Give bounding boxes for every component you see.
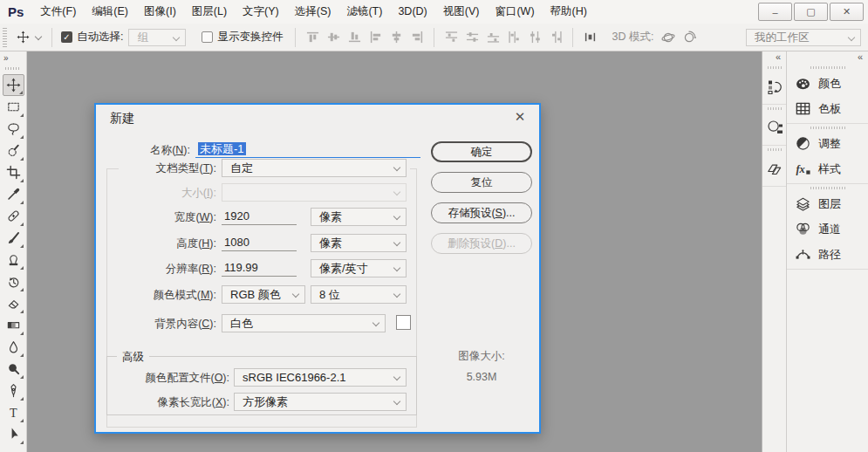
minimize-button[interactable]: – (758, 3, 792, 21)
gradient-tool[interactable] (3, 314, 24, 336)
tool-preset-chevron-icon[interactable] (35, 32, 42, 39)
align-bottom-icon[interactable] (345, 28, 364, 47)
history-brush-tool[interactable] (3, 271, 24, 292)
auto-select-target-dropdown[interactable]: 组 (128, 29, 186, 46)
dialog-close-icon[interactable]: ✕ (511, 108, 529, 126)
menu-item-image[interactable]: 图像(I) (136, 0, 184, 24)
advanced-legend[interactable]: 高级 (117, 350, 149, 365)
menu-item-help[interactable]: 帮助(H) (543, 0, 595, 24)
resolution-input[interactable]: 119.99 (222, 260, 297, 277)
spot-healing-brush-tool[interactable] (3, 205, 24, 227)
menu-item-layer[interactable]: 图层(L) (184, 0, 235, 24)
panel-button-swatches[interactable]: 色板 (787, 96, 868, 121)
crop-tool[interactable] (3, 161, 24, 183)
panel-button-channels[interactable]: 通道 (787, 216, 868, 242)
new-document-dialog: 新建 ✕ 名称(N): 未标题-1 文档类型(T): 自定 大小(I): 宽度(… (94, 103, 541, 434)
roll-3d-icon[interactable] (680, 28, 699, 47)
selected-text: 未标题-1 (198, 142, 246, 155)
width-unit-dropdown[interactable]: 像素 (311, 208, 407, 226)
distribute-bottom-icon[interactable] (483, 28, 502, 47)
toolbox-grip[interactable] (5, 67, 21, 70)
maximize-button[interactable]: ▢ (794, 3, 828, 21)
distribute-left-icon[interactable] (504, 28, 523, 47)
pen-tool[interactable] (3, 380, 24, 401)
menu-item-view[interactable]: 视图(V) (435, 0, 488, 24)
auto-select-checkbox[interactable]: ✓ (61, 31, 72, 43)
color-profile-dropdown[interactable]: sRGB IEC61966-2.1 (234, 368, 407, 387)
eyedropper-tool[interactable] (3, 183, 24, 205)
menu-item-window[interactable]: 窗口(W) (487, 0, 542, 24)
distribute-top-icon[interactable] (441, 28, 461, 47)
panel-grip[interactable] (810, 187, 845, 189)
eraser-tool[interactable] (3, 292, 24, 314)
panel-grip[interactable] (810, 66, 845, 69)
panel-grip[interactable] (768, 107, 782, 110)
delete-preset-button[interactable]: 删除预设(D)... (431, 233, 532, 254)
align-top-icon[interactable] (303, 28, 322, 47)
collapse-dock-icon[interactable]: « (762, 51, 786, 64)
distribute-vertical-center-icon[interactable] (462, 28, 482, 47)
menu-item-filter[interactable]: 滤镜(T) (338, 0, 390, 24)
menu-item-select[interactable]: 选择(S) (287, 0, 339, 24)
bit-depth-dropdown[interactable]: 8 位 (311, 285, 407, 304)
pixel-aspect-ratio-dropdown[interactable]: 方形像素 (234, 393, 407, 411)
expand-toolbox-icon[interactable]: » (0, 51, 26, 64)
menu-item-3d[interactable]: 3D(D) (390, 0, 434, 24)
menu-item-edit[interactable]: 编辑(E) (84, 0, 136, 24)
3d-panel-icon[interactable] (762, 112, 786, 143)
collapse-dock-icon[interactable]: « (787, 51, 868, 64)
show-transform-label: 显示变换控件 (217, 30, 283, 45)
workspace-dropdown[interactable]: 我的工作区 (746, 29, 861, 46)
resolution-unit-dropdown[interactable]: 像素/英寸 (311, 259, 407, 277)
distribute-right-icon[interactable] (546, 28, 565, 47)
color-icon (795, 75, 811, 92)
panel-button-layers[interactable]: 图层 (787, 191, 868, 216)
background-color-swatch[interactable] (396, 315, 411, 330)
panel-button-label: 调整 (818, 136, 841, 152)
distribute-spacing-icon[interactable] (580, 28, 599, 47)
height-unit-dropdown[interactable]: 像素 (311, 234, 407, 252)
align-right-icon[interactable] (407, 28, 427, 47)
brush-tool[interactable] (3, 227, 24, 249)
size-dropdown[interactable] (222, 183, 407, 202)
reset-button[interactable]: 复位 (431, 172, 532, 193)
panel-grip[interactable] (768, 148, 782, 151)
name-input[interactable]: 未标题-1 (195, 141, 420, 158)
panel-grip[interactable] (768, 66, 782, 69)
distribute-horizontal-center-icon[interactable] (525, 28, 544, 47)
width-input[interactable]: 1920 (222, 209, 297, 225)
align-left-icon[interactable] (366, 28, 385, 47)
path-selection-tool[interactable] (3, 423, 24, 445)
quick-selection-tool[interactable] (3, 140, 24, 161)
height-input[interactable]: 1080 (222, 235, 297, 251)
panel-button-adjustments[interactable]: 调整 (787, 131, 868, 156)
menu-item-file[interactable]: 文件(F) (32, 0, 84, 24)
dodge-tool[interactable] (3, 358, 24, 380)
clone-stamp-tool[interactable] (3, 249, 24, 271)
type-tool[interactable]: T (3, 401, 24, 423)
align-vertical-center-icon[interactable] (324, 28, 343, 47)
history-panel-icon[interactable] (762, 71, 786, 102)
panel-button-color[interactable]: 颜色 (787, 71, 868, 96)
close-window-button[interactable]: ✕ (830, 3, 864, 21)
size-label: 大小(I): (110, 185, 216, 201)
ok-button[interactable]: 确定 (431, 141, 532, 162)
libraries-panel-icon[interactable] (762, 153, 786, 184)
show-transform-checkbox[interactable] (202, 31, 213, 43)
lasso-tool[interactable] (3, 118, 24, 140)
orbit-3d-icon[interactable] (659, 28, 678, 47)
color-mode-dropdown[interactable]: RGB 颜色 (222, 285, 305, 304)
menu-item-type[interactable]: 文字(Y) (235, 0, 287, 24)
panel-button-paths[interactable]: 路径 (787, 242, 868, 267)
document-type-dropdown[interactable]: 自定 (222, 159, 407, 177)
panel-button-styles[interactable]: fx样式 (787, 156, 868, 181)
background-contents-dropdown[interactable]: 白色 (222, 314, 386, 332)
move-tool[interactable] (3, 74, 24, 96)
panel-grip[interactable] (810, 127, 845, 129)
blur-tool[interactable] (3, 336, 24, 358)
align-horizontal-center-icon[interactable] (386, 28, 406, 47)
rectangular-marquee-tool[interactable] (3, 96, 24, 118)
options-bar-grip[interactable] (3, 28, 7, 47)
save-preset-button[interactable]: 存储预设(S)... (431, 202, 532, 223)
svg-text:fx: fx (796, 163, 804, 175)
